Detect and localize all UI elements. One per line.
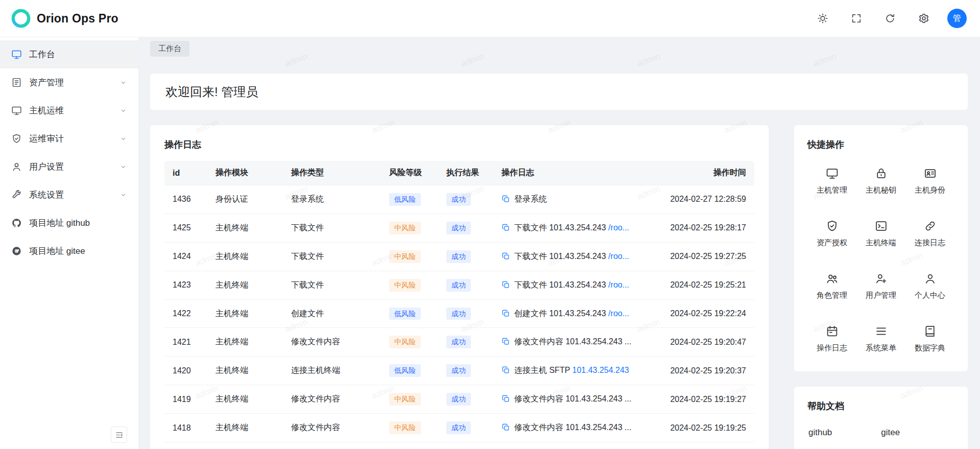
cell-id: 1421 — [164, 328, 207, 357]
quick-action-host-identity[interactable]: 主机身份 — [905, 167, 954, 195]
chevron-down-icon — [119, 163, 127, 171]
copy-icon[interactable] — [501, 252, 510, 261]
quick-action-asset-auth[interactable]: 资产授权 — [807, 220, 856, 248]
quick-action-host-manage[interactable]: 主机管理 — [807, 167, 856, 195]
host-icon — [11, 105, 22, 116]
sidebar-menu: 工作台资产管理主机运维运维审计用户设置系统设置项目地址 github项目地址 g… — [0, 40, 138, 265]
quick-actions-grid: 主机管理主机秘钥主机身份资产授权主机终端连接日志角色管理用户管理个人中心操作日志… — [807, 167, 954, 353]
copy-icon[interactable] — [501, 423, 510, 432]
copy-icon[interactable] — [501, 309, 510, 318]
copy-icon[interactable] — [501, 223, 510, 232]
quick-action-personal-center[interactable]: 个人中心 — [905, 272, 954, 300]
cell-module: 主机终端 — [207, 385, 283, 414]
settings-button[interactable] — [914, 8, 934, 29]
cell-log: 下载文件 101.43.254.243 /roo... — [493, 214, 655, 242]
log-link[interactable]: /roo... — [608, 280, 629, 289]
gear-icon — [918, 13, 929, 24]
sidebar-item-label: 用户设置 — [29, 161, 112, 173]
table-row: 1423主机终端下载文件中风险成功下载文件 101.43.254.243 /ro… — [164, 271, 754, 299]
quick-action-system-menu[interactable]: 系统菜单 — [856, 325, 905, 353]
cell-type: 下载文件 — [283, 214, 381, 242]
help-link-github[interactable]: github — [808, 428, 832, 438]
fullscreen-icon — [851, 13, 862, 24]
sidebar-item-user-settings[interactable]: 用户设置 — [0, 153, 138, 181]
log-link[interactable]: 101.43.254.243 — [572, 366, 629, 374]
theme-toggle-button[interactable] — [812, 8, 833, 29]
cell-risk: 中风险 — [381, 385, 438, 414]
quick-action-label: 用户管理 — [866, 291, 896, 300]
log-link[interactable]: /roo... — [608, 309, 629, 318]
risk-badge: 低风险 — [389, 364, 421, 377]
quick-action-host-terminal[interactable]: 主机终端 — [856, 220, 905, 248]
help-link-gitee[interactable]: gitee — [881, 428, 900, 438]
log-text: 下载文件 101.43.254.243 — [514, 252, 608, 261]
idcard-icon — [924, 167, 937, 180]
result-badge: 成功 — [446, 421, 471, 434]
quick-action-role-manage[interactable]: 角色管理 — [807, 272, 856, 300]
cell-type: 修改文件内容 — [283, 328, 381, 357]
copy-icon[interactable] — [501, 337, 510, 346]
sun-icon — [817, 13, 828, 24]
link-icon — [924, 220, 937, 232]
cell-result: 成功 — [438, 328, 493, 357]
cell-time: 2024-02-25 19:20:47 — [655, 328, 754, 357]
cell-result: 成功 — [438, 242, 493, 271]
risk-badge: 中风险 — [389, 421, 421, 434]
sidebar-item-workbench[interactable]: 工作台 — [0, 40, 138, 68]
tab-workbench[interactable]: 工作台 — [150, 41, 189, 57]
quick-action-data-dict[interactable]: 数据字典 — [905, 325, 954, 353]
table-row: 1425主机终端下载文件中风险成功下载文件 101.43.254.243 /ro… — [164, 214, 754, 242]
column-header: 操作模块 — [207, 161, 283, 185]
sidebar-item-github[interactable]: 项目地址 github — [0, 209, 138, 237]
quick-action-label: 操作日志 — [817, 343, 847, 353]
menu-icon — [875, 325, 888, 338]
fullscreen-button[interactable] — [846, 8, 867, 29]
cell-module: 主机终端 — [207, 271, 283, 299]
risk-badge: 中风险 — [389, 222, 421, 234]
log-link[interactable]: /roo... — [608, 223, 629, 232]
quick-action-host-keys[interactable]: 主机秘钥 — [856, 167, 905, 195]
app-root: Orion Ops Pro 管 工作台资产管理主机运维运维审计用户设置系统设置项… — [0, 0, 980, 449]
cell-id: 1422 — [164, 299, 207, 328]
cell-result: 成功 — [438, 414, 493, 442]
column-header: 风险等级 — [381, 161, 438, 185]
sidebar-item-gitee[interactable]: 项目地址 gitee — [0, 237, 138, 265]
sidebar-item-host-ops[interactable]: 主机运维 — [0, 97, 138, 125]
cell-log: 下载文件 101.43.254.243 /roo... — [493, 242, 655, 271]
cell-risk: 低风险 — [381, 185, 438, 214]
cell-log: 下载文件 101.43.254.243 /roo... — [493, 271, 655, 299]
cell-id: 1419 — [164, 385, 207, 414]
quick-action-connect-log[interactable]: 连接日志 — [905, 220, 954, 248]
quick-action-operation-log[interactable]: 操作日志 — [807, 325, 856, 353]
help-links: githubgitee — [807, 428, 954, 438]
cell-log: 修改文件内容 101.43.254.243 ... — [493, 385, 655, 414]
cell-risk: 中风险 — [381, 414, 438, 442]
cell-module: 主机终端 — [207, 299, 283, 328]
user-avatar[interactable]: 管 — [947, 9, 967, 28]
sidebar-item-system-settings[interactable]: 系统设置 — [0, 181, 138, 209]
copy-icon[interactable] — [501, 394, 510, 403]
quick-action-label: 个人中心 — [915, 291, 945, 300]
result-badge: 成功 — [446, 222, 471, 234]
refresh-button[interactable] — [880, 8, 900, 29]
sidebar-item-assets[interactable]: 资产管理 — [0, 68, 138, 97]
cell-risk: 中风险 — [381, 214, 438, 242]
content-columns: 操作日志 id操作模块操作类型风险等级执行结果操作日志操作时间 1436身份认证… — [150, 125, 968, 449]
quick-action-user-manage[interactable]: 用户管理 — [856, 272, 905, 300]
sidebar-item-label: 主机运维 — [29, 105, 112, 116]
copy-icon[interactable] — [501, 280, 510, 289]
column-header: 操作日志 — [493, 161, 655, 185]
sidebar-collapse-button[interactable] — [111, 427, 127, 443]
sidebar-item-ops-audit[interactable]: 运维审计 — [0, 125, 138, 153]
result-badge: 成功 — [446, 393, 471, 406]
risk-badge: 中风险 — [389, 336, 421, 348]
copy-icon[interactable] — [501, 195, 510, 203]
help-docs-card: 帮助文档 githubgitee — [794, 387, 968, 449]
log-text: 修改文件内容 101.43.254.243 ... — [514, 337, 631, 346]
log-link[interactable]: /roo... — [608, 252, 629, 261]
sidebar-item-label: 项目地址 github — [29, 217, 127, 229]
copy-icon[interactable] — [501, 366, 510, 374]
cell-result: 成功 — [438, 271, 493, 299]
result-badge: 成功 — [446, 336, 471, 348]
quick-action-label: 主机管理 — [817, 185, 847, 195]
